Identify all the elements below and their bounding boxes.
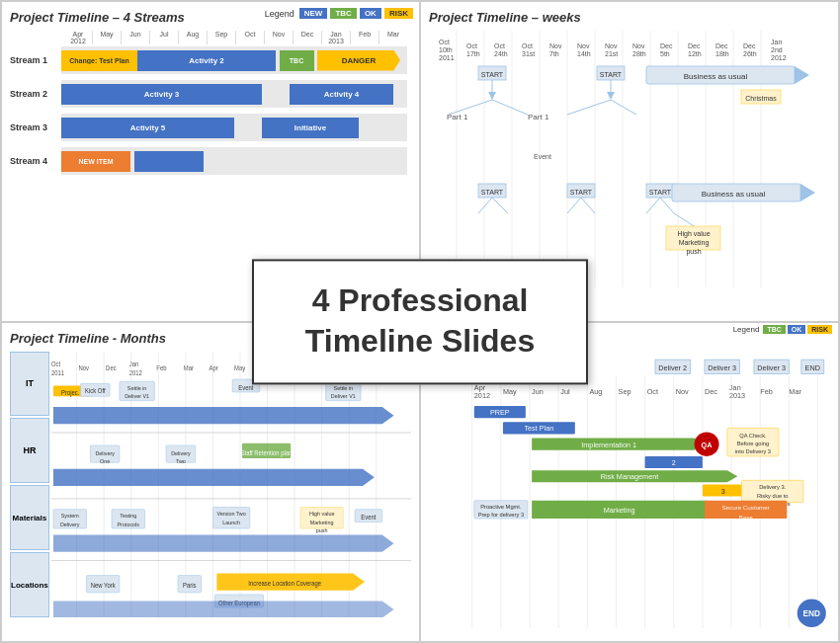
- svg-text:Oct: Oct: [51, 360, 60, 366]
- svg-text:Nov: Nov: [632, 42, 645, 49]
- svg-text:One: One: [100, 458, 110, 464]
- svg-text:Delivery 3.: Delivery 3.: [759, 484, 786, 490]
- bar-activity5: Activity 5: [61, 118, 234, 138]
- svg-text:END: END: [805, 363, 820, 372]
- svg-text:Launch: Launch: [222, 519, 240, 524]
- svg-text:Dec: Dec: [743, 42, 756, 49]
- svg-text:Oct: Oct: [439, 39, 450, 45]
- svg-text:Apr: Apr: [209, 364, 217, 371]
- stream-2-row: Stream 2 Activity 3 Activity 4: [10, 80, 411, 108]
- svg-line-69: [449, 100, 492, 115]
- svg-text:Nov: Nov: [549, 42, 562, 49]
- svg-text:Business as usual: Business as usual: [702, 190, 766, 199]
- bar-new-item: NEW ITEM: [61, 151, 130, 172]
- svg-text:Aug: Aug: [589, 386, 602, 395]
- svg-text:Prep for delivery 3: Prep for delivery 3: [478, 512, 524, 518]
- stream-2-label: Stream 2: [10, 89, 61, 99]
- stream-4-row: Stream 4 NEW ITEM: [10, 147, 411, 175]
- svg-line-71: [567, 100, 611, 115]
- svg-text:2011: 2011: [439, 54, 455, 61]
- svg-marker-51: [795, 66, 809, 84]
- svg-text:21st: 21st: [605, 50, 618, 57]
- svg-text:Event: Event: [534, 153, 551, 160]
- svg-text:2012: 2012: [771, 54, 787, 61]
- bar-change-test-plan: Change: Test Plan: [61, 50, 137, 71]
- svg-text:Nov: Nov: [78, 364, 89, 371]
- svg-text:Delivery: Delivery: [95, 449, 115, 455]
- svg-text:Dec: Dec: [660, 42, 673, 49]
- svg-text:5th: 5th: [660, 50, 670, 57]
- svg-text:Increase Location Coverage: Increase Location Coverage: [248, 580, 321, 587]
- bar-s4-blue: [134, 151, 204, 172]
- svg-text:17th: 17th: [466, 50, 480, 57]
- svg-text:Before going: Before going: [737, 440, 769, 445]
- svg-text:28th: 28th: [632, 50, 646, 57]
- stream-3-row: Stream 3 Activity 5 Initiative: [10, 114, 411, 141]
- svg-text:START: START: [570, 189, 593, 196]
- svg-text:2nd: 2nd: [771, 46, 783, 53]
- svg-text:Dec: Dec: [705, 386, 717, 395]
- svg-text:START: START: [481, 189, 504, 196]
- svg-text:System: System: [60, 513, 78, 519]
- svg-marker-43: [488, 92, 496, 100]
- svg-text:24th: 24th: [494, 50, 508, 57]
- svg-text:Event: Event: [238, 383, 253, 390]
- svg-text:Settle in: Settle in: [333, 384, 352, 390]
- stream-4-label: Stream 4: [10, 156, 61, 166]
- svg-text:Settle in: Settle in: [127, 384, 146, 390]
- row-label-hr: HR: [10, 418, 49, 483]
- bar-tbc: TBC: [280, 50, 314, 71]
- legend-new: NEW: [299, 8, 328, 19]
- svg-marker-156: [53, 601, 394, 617]
- legend-label: Legend: [265, 9, 294, 19]
- svg-marker-122: [53, 407, 394, 424]
- svg-text:Two: Two: [176, 458, 186, 464]
- svg-text:Proactive Mgmt.: Proactive Mgmt.: [480, 503, 522, 509]
- svg-text:Oct: Oct: [466, 42, 477, 49]
- svg-text:Jan: Jan: [771, 39, 782, 45]
- svg-text:2012: 2012: [474, 390, 490, 399]
- svg-line-73: [478, 198, 492, 213]
- stream-4-bars: NEW ITEM: [61, 147, 407, 175]
- svg-text:Mar: Mar: [184, 364, 194, 371]
- svg-text:Deliver 3: Deliver 3: [708, 363, 736, 372]
- stream-2-bars: Activity 3 Activity 4: [61, 80, 407, 108]
- svg-text:26th: 26th: [743, 50, 757, 57]
- bar-activity2: Activity 2: [137, 50, 276, 71]
- svg-text:Oct: Oct: [494, 42, 505, 49]
- months-svg: Oct 2011 Nov Dec Jan 2012 Feb Mar Apr Ma…: [51, 352, 411, 618]
- svg-text:Nov: Nov: [577, 42, 590, 49]
- svg-text:Part 1: Part 1: [528, 113, 549, 121]
- svg-text:Deliver V1: Deliver V1: [125, 393, 149, 399]
- svg-text:Nov: Nov: [605, 42, 618, 49]
- svg-text:QA: QA: [702, 440, 713, 448]
- svg-text:Test Plan: Test Plan: [524, 424, 553, 433]
- svg-marker-147: [53, 534, 394, 551]
- svg-text:START: START: [649, 189, 672, 196]
- svg-text:2011: 2011: [51, 368, 65, 375]
- svg-text:Jun: Jun: [532, 386, 544, 395]
- stream-1-bars: Change: Test Plan Activity 2 TBC DANGER: [61, 46, 407, 74]
- svg-text:Nov: Nov: [676, 386, 689, 395]
- svg-text:7th: 7th: [549, 50, 559, 57]
- stream-3-bars: Activity 5 Initiative: [61, 114, 407, 141]
- legend-risk: RISK: [384, 8, 413, 19]
- svg-text:Paris: Paris: [183, 582, 196, 589]
- svg-text:12th: 12th: [688, 50, 702, 57]
- weeks-svg: Oct 10th 2011 Oct 17th Oct 24th Oct 31st…: [429, 31, 830, 287]
- svg-text:Christmas: Christmas: [745, 95, 777, 102]
- svg-marker-63: [800, 184, 815, 201]
- svg-text:QA Check.: QA Check.: [739, 432, 767, 438]
- stream-1-row: Stream 1 Change: Test Plan Activity 2 TB…: [10, 46, 411, 74]
- svg-text:START: START: [600, 71, 623, 78]
- q4-ok: OK: [788, 325, 806, 334]
- svg-text:Dec: Dec: [688, 42, 701, 49]
- svg-text:Implementation 1: Implementation 1: [581, 440, 636, 448]
- svg-text:PREP: PREP: [490, 408, 510, 417]
- svg-text:Marketing: Marketing: [310, 519, 334, 524]
- svg-text:END: END: [802, 608, 820, 617]
- svg-line-77: [646, 198, 660, 213]
- svg-text:Risky due to: Risky due to: [757, 492, 788, 498]
- svg-text:Oct: Oct: [522, 42, 533, 49]
- svg-line-70: [492, 100, 528, 115]
